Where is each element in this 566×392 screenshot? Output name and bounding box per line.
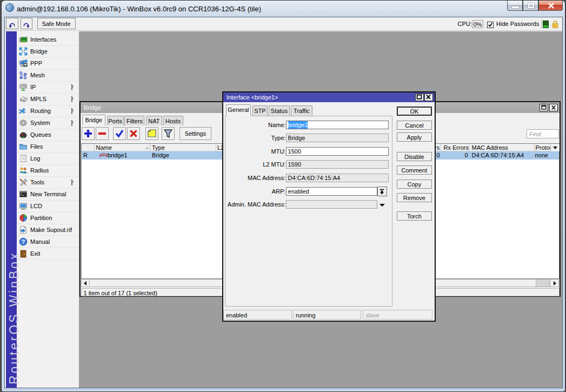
svg-text:255: 255 [21, 84, 26, 88]
svg-text:?: ? [22, 238, 25, 245]
